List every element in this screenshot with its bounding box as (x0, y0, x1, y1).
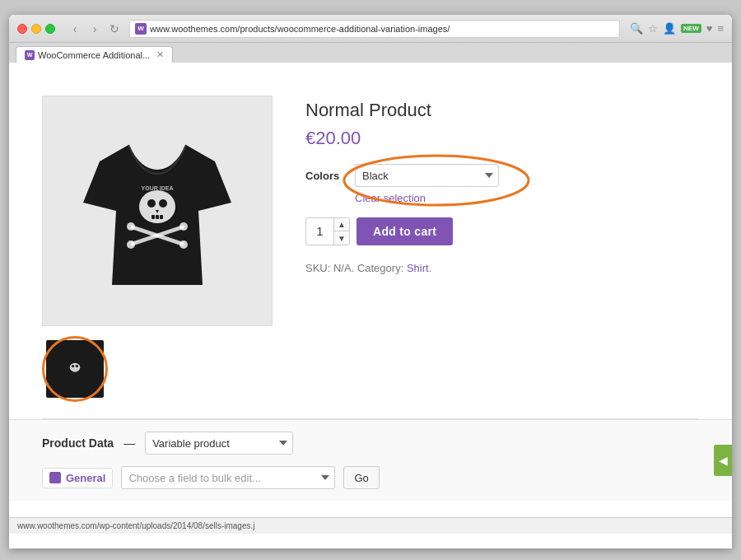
sku-label: SKU: (305, 262, 330, 274)
forward-button[interactable]: › (86, 22, 103, 35)
back-button[interactable]: ‹ (67, 22, 83, 35)
category-label: Category: (357, 262, 403, 274)
product-images: YOUR IDEA (42, 96, 273, 402)
green-side-tab[interactable]: ◀ (714, 445, 732, 476)
variation-row: Colors Black White (305, 164, 699, 187)
svg-rect-3 (151, 215, 155, 219)
refresh-button[interactable]: ↻ (106, 22, 123, 35)
admin-wrapper: Product Data — Variable product Simple p… (9, 419, 732, 501)
product-meta: SKU: N/A. Category: Shirt. (305, 262, 699, 274)
svg-point-2 (159, 199, 167, 208)
quantity-down-button[interactable]: ▼ (334, 231, 349, 245)
general-tab[interactable]: General (42, 468, 113, 488)
tab-favicon: W (25, 50, 35, 60)
admin-section: Product Data — Variable product Simple p… (9, 419, 732, 501)
browser-actions: 🔍 ☆ 👤 NEW ♥ ≡ (630, 22, 724, 35)
bulk-edit-select[interactable]: Choose a field to bulk edit... (121, 466, 335, 489)
browser-tab[interactable]: W WooCommerce Additional... ✕ (16, 46, 173, 63)
status-url: www.woothemes.com/wp-content/uploads/201… (17, 521, 254, 530)
product-data-label: Product Data (42, 436, 114, 450)
minimize-button[interactable] (31, 24, 41, 34)
go-button[interactable]: Go (343, 466, 379, 489)
browser-titlebar: ‹ › ↻ W www.woothemes.com/products/wooco… (9, 15, 732, 43)
address-bar[interactable]: W www.woothemes.com/products/woocommerce… (129, 20, 620, 38)
svg-point-11 (127, 240, 135, 249)
clear-selection-link[interactable]: Clear selection (355, 192, 699, 204)
address-text: www.woothemes.com/products/woocommerce-a… (150, 24, 614, 34)
svg-rect-5 (160, 215, 163, 219)
product-details: Normal Product €20.00 Colors Black Whi (305, 96, 699, 402)
sku-value: N/A. (333, 262, 354, 274)
search-icon[interactable]: 🔍 (630, 22, 643, 35)
quantity-controls: ▲ ▼ (334, 218, 349, 245)
heart-icon[interactable]: ♥ (706, 22, 713, 35)
product-thumbnail-wrap[interactable] (42, 336, 108, 402)
colors-label: Colors (305, 170, 347, 182)
browser-content: YOUR IDEA (9, 63, 732, 548)
tab-label: WooCommerce Additional... (38, 50, 150, 60)
maximize-button[interactable] (45, 24, 55, 34)
general-tab-label: General (66, 472, 105, 484)
new-badge: NEW (681, 24, 701, 33)
browser-nav: ‹ › ↻ (67, 22, 123, 35)
product-data-bar: Product Data — Variable product Simple p… (42, 432, 699, 455)
product-type-select[interactable]: Variable product Simple product (145, 432, 293, 455)
product-price: €20.00 (305, 128, 699, 149)
svg-point-1 (147, 199, 156, 208)
thumbnail-selected-ring (42, 336, 108, 402)
general-tab-row: General Choose a field to bulk edit... G… (42, 466, 699, 489)
svg-point-9 (179, 240, 188, 249)
tshirt-svg: YOUR IDEA (83, 128, 231, 293)
quantity-box: 1 ▲ ▼ (305, 217, 350, 245)
traffic-lights (17, 24, 55, 34)
general-tab-icon (49, 472, 61, 483)
person-icon[interactable]: 👤 (663, 22, 676, 35)
svg-text:YOUR IDEA: YOUR IDEA (142, 185, 174, 191)
product-data-dash: — (124, 436, 135, 450)
menu-icon[interactable]: ≡ (717, 22, 724, 35)
bookmark-icon[interactable]: ☆ (648, 22, 658, 35)
green-tab-arrow-icon: ◀ (719, 454, 728, 467)
close-button[interactable] (17, 24, 27, 34)
add-to-cart-row: 1 ▲ ▼ Add to cart (305, 217, 699, 245)
quantity-display: 1 (306, 218, 334, 245)
page-content: YOUR IDEA (9, 63, 732, 517)
category-link[interactable]: Shirt (407, 262, 429, 274)
product-title: Normal Product (305, 100, 699, 121)
quantity-up-button[interactable]: ▲ (334, 218, 349, 231)
svg-point-8 (127, 222, 135, 231)
add-to-cart-button[interactable]: Add to cart (357, 217, 453, 245)
main-product-image: YOUR IDEA (42, 96, 273, 326)
tab-close-icon[interactable]: ✕ (156, 49, 164, 60)
woo-favicon: W (135, 23, 147, 35)
svg-point-10 (179, 222, 188, 231)
status-bar: www.woothemes.com/wp-content/uploads/201… (9, 517, 732, 534)
color-select[interactable]: Black White (355, 164, 499, 187)
browser-tab-bar: W WooCommerce Additional... ✕ (9, 43, 732, 63)
browser-window: ‹ › ↻ W www.woothemes.com/products/wooco… (9, 15, 732, 548)
svg-rect-4 (156, 215, 159, 219)
product-section: YOUR IDEA (9, 79, 732, 418)
